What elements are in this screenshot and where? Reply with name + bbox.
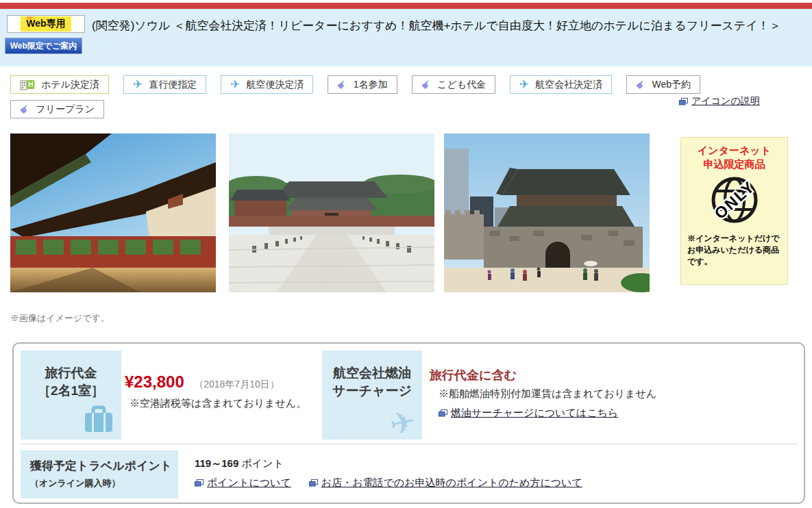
window-icon — [679, 98, 688, 105]
hotel-icon: H — [20, 79, 35, 90]
badge-label: Web予約 — [652, 79, 691, 91]
travel-points-label: 獲得予定トラベルポイント — [30, 458, 178, 474]
gate-photo-illustration — [444, 134, 650, 292]
feature-badges-row-1: H ホテル決定済 ✈ 直行便指定 ✈ 航空便決定済 ☛ 1名参加 ☛ こども代金… — [10, 75, 700, 94]
badge-label: 直行便指定 — [149, 79, 197, 91]
web-only-badge-label: Web専用 — [21, 16, 71, 31]
price-label-line1: 旅行代金 — [21, 364, 121, 382]
badge-label: 航空会社決定済 — [535, 79, 602, 91]
points-value-row: 119～169 ポイント — [195, 457, 284, 470]
badge-label: 航空便決定済 — [246, 79, 304, 91]
fuel-surcharge-cell: 航空会社燃油 サーチャージ ✈ — [322, 351, 422, 440]
window-icon — [195, 479, 204, 487]
hand-icon: ☛ — [419, 77, 433, 92]
feature-badges-row-2: ☛ フリープラン — [10, 100, 104, 118]
fuel-label-line2: サーチャージ — [322, 382, 422, 400]
price-label: 旅行代金 ［2名1室］ — [21, 351, 121, 400]
window-icon — [309, 479, 318, 487]
points-store-link-row: お店・お電話でのお申込時のポイントのため方について — [309, 477, 582, 490]
price-label-line2: ［2名1室］ — [21, 382, 121, 400]
travel-points-sublabel: （オンライン購入時） — [30, 477, 178, 490]
badge-label: フリープラン — [36, 103, 95, 116]
images-disclaimer: ※画像はイメージです。 — [10, 312, 110, 325]
badge-free-plan: ☛ フリープラン — [10, 100, 104, 118]
icon-help-link[interactable]: アイコンの説明 — [691, 95, 760, 107]
points-links-row: ポイントについて お店・お電話でのお申込時のポイントのため方について — [195, 477, 582, 490]
price-label-cell: 旅行代金 ［2名1室］ — [21, 351, 121, 440]
price-line: ¥23,800 （2018年7月10日） — [125, 372, 280, 392]
badge-single-participant: ☛ 1名参加 — [328, 75, 397, 94]
svg-text:H: H — [28, 81, 33, 88]
internet-only-box: インターネット 申込限定商品 ONLY ※インターネットだけでお申込みいただける… — [680, 137, 788, 285]
badge-label: 1名参加 — [354, 79, 388, 91]
palace-photo-illustration — [10, 134, 216, 292]
badge-hotel-confirmed: H ホテル決定済 — [10, 75, 109, 94]
plane-icon: ✈ — [133, 79, 143, 90]
suitcase-icon — [83, 405, 114, 434]
fuel-note: ※船舶燃油特別付加運賃は含まれておりません — [439, 388, 656, 401]
price-date: （2018年7月10日） — [194, 379, 280, 390]
badge-flight-confirmed: ✈ 航空便決定済 — [221, 75, 313, 94]
tour-header: Web専用 Web限定でご案内 (関空発)ソウル ＜航空会社決定済！リピーターに… — [0, 9, 812, 66]
web-only-badge: Web専用 — [7, 15, 85, 33]
badge-label: ホテル決定済 — [41, 79, 99, 91]
window-icon — [439, 409, 447, 417]
hand-icon: ☛ — [335, 77, 349, 92]
plane-icon-large: ✈ — [387, 406, 418, 441]
page: Web専用 Web限定でご案内 (関空発)ソウル ＜航空会社決定済！リピーターに… — [0, 0, 812, 508]
points-about-link[interactable]: ポイントについて — [207, 477, 291, 490]
price-note: ※空港諸税等は含まれておりません。 — [130, 397, 306, 410]
internet-only-title: インターネット 申込限定商品 — [681, 144, 787, 171]
badge-web-reservation: ☛ Web予約 — [626, 75, 700, 94]
badge-direct-flight: ✈ 直行便指定 — [123, 75, 206, 94]
icon-help-link-row: アイコンの説明 — [679, 95, 760, 107]
fuel-surcharge-link[interactable]: 燃油サーチャージについてはこちら — [451, 407, 618, 420]
web-limited-badge-label: Web限定でご案内 — [10, 40, 77, 52]
price-amount: ¥23,800 — [125, 372, 184, 391]
tour-title: (関空発)ソウル ＜航空会社決定済！リピーターにおすすめ！航空機+ホテルで自由度… — [92, 14, 810, 38]
globe-only-icon: ONLY — [706, 171, 763, 229]
badge-child-price: ☛ こども代金 — [412, 75, 495, 94]
fuel-included-text: 旅行代金に含む — [430, 367, 517, 383]
travel-points-cell: 獲得予定トラベルポイント （オンライン購入時） — [21, 450, 178, 498]
points-value: 119～169 — [195, 457, 238, 469]
top-red-bar — [0, 3, 812, 9]
plane-icon: ✈ — [230, 79, 240, 90]
points-about-link-row: ポイントについて — [195, 477, 291, 490]
palace-plaza-illustration — [229, 134, 434, 292]
badge-label: こども代金 — [437, 79, 486, 91]
hand-icon: ☛ — [634, 77, 648, 92]
fuel-surcharge-label: 航空会社燃油 サーチャージ — [322, 351, 422, 400]
row-separator — [21, 444, 797, 444]
hand-icon: ☛ — [18, 102, 32, 116]
points-unit: ポイント — [241, 457, 283, 469]
badge-airline-confirmed: ✈ 航空会社決定済 — [510, 75, 612, 94]
photo-palace-courtyard — [10, 134, 216, 292]
points-store-link[interactable]: お店・お電話でのお申込時のポイントのため方について — [321, 477, 582, 490]
fuel-link-row: 燃油サーチャージについてはこちら — [439, 407, 618, 420]
internet-only-title-line2: 申込限定商品 — [681, 157, 787, 171]
internet-only-title-line1: インターネット — [681, 144, 787, 157]
plane-icon: ✈ — [519, 79, 529, 90]
photo-namdaemun-gate — [444, 134, 650, 292]
web-limited-badge: Web限定でご案内 — [5, 38, 82, 54]
fuel-label-line1: 航空会社燃油 — [322, 364, 422, 382]
photo-palace-plaza — [229, 134, 434, 292]
internet-only-note: ※インターネットだけでお申込みいただける商品です。 — [681, 231, 787, 268]
price-info-box: 旅行代金 ［2名1室］ ¥23,800 （2018年7月10日） ※空港諸税等は… — [12, 342, 805, 504]
